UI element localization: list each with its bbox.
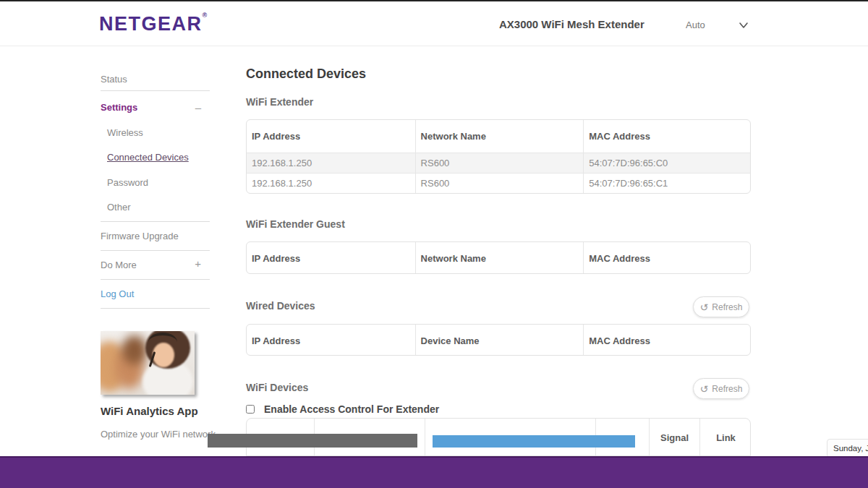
network-name-cell: RS600 xyxy=(415,153,584,173)
footer-purple-bar xyxy=(0,456,868,488)
sidebar-divider xyxy=(101,308,210,309)
mac-address-cell: 54:07:7D:96:65:C0 xyxy=(583,153,751,173)
promo-subtitle: Optimize your WiFi network xyxy=(101,429,216,440)
refresh-button-label: Refresh xyxy=(712,384,742,394)
column-header: MAC Address xyxy=(583,325,751,356)
table-row: 192.168.1.250 RS600 54:07:7D:96:65:C1 xyxy=(247,173,750,193)
column-header: MAC Address xyxy=(583,120,751,153)
language-selector[interactable]: Auto xyxy=(686,20,705,30)
photo-headset-band xyxy=(148,333,177,351)
sidebar-nav: Status Settings – Wireless Connected Dev… xyxy=(101,46,210,451)
promo-title: WiFi Analytics App xyxy=(101,405,198,417)
wifi-extender-heading: WiFi Extender xyxy=(246,96,313,108)
netgear-extender-admin-page: NETGEAR® AX3000 WiFi Mesh Extender Auto … xyxy=(0,0,868,488)
registered-trademark: ® xyxy=(203,12,208,19)
column-header: IP Address xyxy=(247,242,415,274)
wifi-extender-guest-heading: WiFi Extender Guest xyxy=(246,218,345,230)
column-header-signal: Signal xyxy=(649,419,699,456)
wifi-extender-table: IP Address Network Name MAC Address 192.… xyxy=(246,119,751,194)
refresh-icon: ↺ xyxy=(700,302,709,312)
redaction-bar-blue xyxy=(433,435,635,448)
mac-address-cell: 54:07:7D:96:65:C1 xyxy=(583,174,751,193)
refresh-icon: ↺ xyxy=(700,384,709,394)
table-row: 192.168.1.250 RS600 54:07:7D:96:65:C0 xyxy=(247,153,750,173)
sidebar-item-status[interactable]: Status xyxy=(101,74,127,85)
page-title: Connected Devices xyxy=(246,67,366,82)
table-header-row: IP Address Network Name MAC Address xyxy=(247,242,750,274)
sidebar-item-do-more[interactable]: Do More xyxy=(101,260,137,270)
wifi-extender-guest-table: IP Address Network Name MAC Address xyxy=(246,241,751,274)
column-header-link: Link xyxy=(699,419,751,456)
wired-devices-table: IP Address Device Name MAC Address xyxy=(246,324,751,356)
sidebar-item-log-out[interactable]: Log Out xyxy=(101,288,134,299)
photo-background-figure xyxy=(122,335,147,364)
sidebar-item-other[interactable]: Other xyxy=(107,202,131,213)
column-header: IP Address xyxy=(247,120,415,153)
sidebar-item-firmware-upgrade[interactable]: Firmware Upgrade xyxy=(101,231,179,241)
chevron-down-icon[interactable] xyxy=(738,21,749,30)
netgear-logo: NETGEAR® xyxy=(99,12,207,35)
table-header-row: IP Address Device Name MAC Address xyxy=(247,325,750,356)
ip-address-cell: 192.168.1.250 xyxy=(247,174,415,193)
network-name-cell: RS600 xyxy=(415,174,584,193)
sidebar-item-wireless[interactable]: Wireless xyxy=(107,127,143,138)
table-header-row: IP Address Network Name MAC Address xyxy=(247,120,750,153)
wifi-devices-heading: WiFi Devices xyxy=(246,382,308,393)
refresh-button-label: Refresh xyxy=(712,302,742,312)
sidebar-item-password[interactable]: Password xyxy=(107,177,148,188)
redaction-bar-gray xyxy=(208,434,417,448)
sidebar-item-settings[interactable]: Settings xyxy=(101,102,137,113)
column-header: Network Name xyxy=(415,120,584,153)
collapse-minus-icon[interactable]: – xyxy=(195,103,201,112)
date-tooltip: Sunday, Ja xyxy=(827,439,868,458)
enable-access-control-checkbox[interactable] xyxy=(246,405,255,414)
netgear-logo-text: NETGEAR xyxy=(99,13,203,35)
sidebar-divider xyxy=(101,279,210,280)
wifi-devices-refresh-button[interactable]: ↺ Refresh xyxy=(693,378,749,399)
column-header: MAC Address xyxy=(583,242,751,274)
column-header: IP Address xyxy=(247,325,415,356)
access-control-label: Enable Access Control For Extender xyxy=(264,403,439,415)
expand-plus-icon[interactable]: + xyxy=(195,260,201,268)
column-header: Device Name xyxy=(415,325,584,356)
device-title: AX3000 WiFi Mesh Extender xyxy=(499,18,644,30)
sidebar-divider xyxy=(101,90,210,91)
column-header: Network Name xyxy=(415,242,584,274)
app-header: NETGEAR® AX3000 WiFi Mesh Extender Auto xyxy=(0,1,868,46)
sidebar-divider xyxy=(101,221,210,222)
access-control-row: Enable Access Control For Extender xyxy=(246,403,439,415)
sidebar-item-connected-devices[interactable]: Connected Devices xyxy=(107,152,189,163)
sidebar-divider xyxy=(101,250,210,251)
ip-address-cell: 192.168.1.250 xyxy=(247,153,415,173)
wifi-analytics-promo-image[interactable] xyxy=(101,331,195,395)
wired-devices-heading: Wired Devices xyxy=(246,300,315,312)
wired-devices-refresh-button[interactable]: ↺ Refresh xyxy=(693,296,749,317)
